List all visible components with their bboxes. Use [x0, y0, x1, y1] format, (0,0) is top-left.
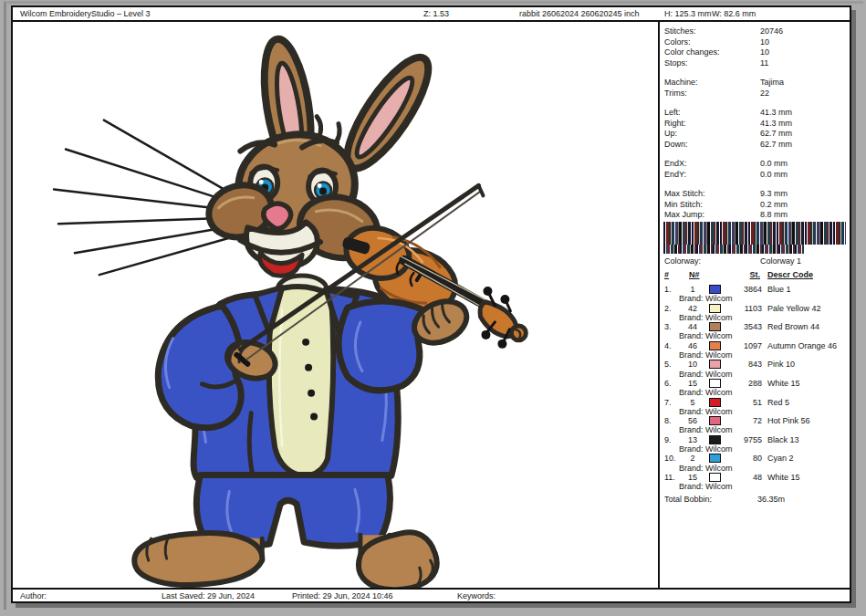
stat-label: Left: — [664, 108, 760, 119]
stat-row: Color changes:10 — [664, 47, 848, 58]
author-label: Author: — [20, 591, 47, 600]
stat-label: Min Stitch: — [664, 200, 760, 211]
thread-row-index: 10. — [664, 454, 676, 463]
stat-value: 11 — [760, 58, 848, 69]
thread-stitch-count: 843 — [716, 360, 762, 369]
colorway-label: Colorway: — [664, 256, 760, 266]
thread-row: 5.10843Pink 10Brand: Wilcom — [662, 360, 848, 379]
last-saved-label: Last Saved: 29 Jun, 2024 — [162, 591, 255, 600]
stat-value: 10 — [760, 47, 848, 58]
stat-value: 8.8 mm — [760, 210, 848, 221]
thread-stitch-count: 48 — [716, 473, 762, 482]
thread-row: 2.421103Pale Yellow 42Brand: Wilcom — [662, 304, 848, 323]
thread-needle-number: 5 — [682, 398, 704, 407]
worksheet-page: Wilcom EmbroideryStudio – Level 3 Z: 1.5… — [11, 5, 851, 603]
thread-brand: Brand: Wilcom — [679, 425, 733, 434]
stat-label: Down: — [664, 140, 760, 151]
printed-label: Printed: 29 Jun, 2024 10:46 — [292, 591, 393, 600]
total-bobbin-row: Total Bobbin: 36.35m — [662, 495, 848, 504]
thread-descr-code: Red Brown 44 — [767, 322, 819, 331]
barcode-bars-bottom — [663, 245, 804, 254]
keywords-label: Keywords: — [457, 591, 496, 600]
app-title: Wilcom EmbroideryStudio – Level 3 — [20, 9, 151, 18]
stat-row: Up:62.7 mm — [664, 129, 848, 140]
thread-row: 9.139755Black 13Brand: Wilcom — [662, 435, 848, 454]
stat-label: Max Stitch: — [664, 189, 760, 200]
thread-stitch-count: 3864 — [716, 285, 762, 294]
thread-stitch-count: 9755 — [716, 435, 762, 444]
thread-needle-number: 15 — [682, 473, 704, 482]
thread-row-index: 6. — [664, 379, 672, 388]
colorway-value: Colorway 1 — [760, 256, 801, 266]
design-info-panel: Stitches:20746Colors:10Color changes:10S… — [662, 22, 850, 588]
thread-descr-code: Hot Pink 56 — [767, 416, 810, 425]
total-bobbin-label: Total Bobbin: — [662, 495, 757, 504]
worksheet-header: Wilcom EmbroideryStudio – Level 3 Z: 1.5… — [13, 7, 850, 22]
stat-label: Machine: — [664, 78, 760, 89]
stat-row: Max Stitch:9.3 mm — [664, 189, 848, 200]
thread-row: 7.551Red 5Brand: Wilcom — [662, 398, 848, 417]
stat-group: EndX:0.0 mmEndY:0.0 mm — [664, 159, 848, 180]
thread-row: 4.461097Autumn Orange 46Brand: Wilcom — [662, 341, 848, 360]
thread-row-index: 5. — [664, 360, 672, 369]
stat-label: Right: — [664, 119, 760, 130]
thread-brand: Brand: Wilcom — [679, 370, 733, 379]
thread-color-table: # N# St. Descr Code 1.13864Blue 1Brand: … — [662, 270, 848, 504]
zoom-level: Z: 1.53 — [423, 9, 449, 18]
thread-brand: Brand: Wilcom — [679, 313, 733, 322]
thread-row: 1.13864Blue 1Brand: Wilcom — [662, 285, 848, 304]
stat-group: Machine:TajimaTrims:22 — [664, 78, 848, 99]
thread-brand: Brand: Wilcom — [679, 444, 733, 454]
rabbit-right-arm — [339, 294, 473, 391]
col-header-needle: N# — [689, 270, 700, 279]
thread-stitch-count: 51 — [716, 398, 762, 407]
thread-brand: Brand: Wilcom — [679, 407, 733, 416]
stat-value: 41.3 mm — [760, 119, 848, 130]
thread-descr-code: Black 13 — [767, 435, 799, 444]
thread-row-index: 4. — [664, 341, 672, 350]
thread-row-index: 7. — [664, 398, 672, 407]
thread-needle-number: 13 — [682, 435, 704, 444]
thread-needle-number: 44 — [682, 322, 704, 331]
thread-row-index: 9. — [664, 435, 672, 444]
thread-row-index: 8. — [664, 416, 672, 425]
thread-stitch-count: 1097 — [716, 341, 762, 350]
worksheet-footer: Author: Last Saved: 29 Jun, 2024 Printed… — [13, 588, 850, 601]
stat-row: Right:41.3 mm — [664, 119, 848, 130]
thread-stitch-count: 1103 — [716, 304, 762, 313]
stat-row: Stops:11 — [664, 58, 848, 69]
stat-value: 20746 — [760, 26, 848, 37]
thread-rows: 1.13864Blue 1Brand: Wilcom2.421103Pale Y… — [662, 285, 848, 492]
embroidery-design-rabbit-violin — [13, 22, 658, 588]
stat-value: 0.0 mm — [760, 159, 848, 170]
stat-value: 62.7 mm — [760, 140, 848, 151]
stat-row: EndX:0.0 mm — [664, 159, 848, 170]
thread-descr-code: White 15 — [767, 473, 800, 482]
thread-row-index: 3. — [664, 322, 672, 331]
stat-group: Stitches:20746Colors:10Color changes:10S… — [664, 26, 848, 68]
thread-table-header: # N# St. Descr Code — [662, 270, 848, 279]
col-header-index: # — [664, 270, 669, 279]
thread-row-index: 1. — [664, 285, 672, 294]
stat-label: Up: — [664, 129, 760, 140]
thread-descr-code: White 15 — [767, 379, 800, 388]
thread-descr-code: Red 5 — [767, 398, 789, 407]
stat-value: 62.7 mm — [760, 129, 848, 140]
thread-descr-code: Pale Yellow 42 — [767, 304, 821, 313]
thread-needle-number: 56 — [682, 416, 704, 425]
thread-descr-code: Blue 1 — [767, 285, 791, 294]
total-bobbin-value: 36.35m — [757, 495, 785, 504]
thread-needle-number: 2 — [682, 454, 704, 463]
thread-needle-number: 10 — [682, 360, 704, 369]
design-height: H: 125.3 mm — [664, 9, 712, 18]
thread-row-index: 2. — [664, 304, 672, 313]
thread-row: 10.280Cyan 2Brand: Wilcom — [662, 454, 848, 473]
thread-descr-code: Autumn Orange 46 — [767, 341, 837, 350]
stat-group: Left:41.3 mmRight:41.3 mmUp:62.7 mmDown:… — [664, 108, 848, 150]
stat-value: 10 — [760, 37, 848, 48]
thread-brand: Brand: Wilcom — [679, 464, 733, 473]
thread-descr-code: Cyan 2 — [767, 454, 794, 463]
thread-row: 6.15288White 15Brand: Wilcom — [662, 379, 848, 398]
col-header-descr-code: Descr Code — [767, 270, 813, 279]
design-barcode — [663, 222, 846, 254]
